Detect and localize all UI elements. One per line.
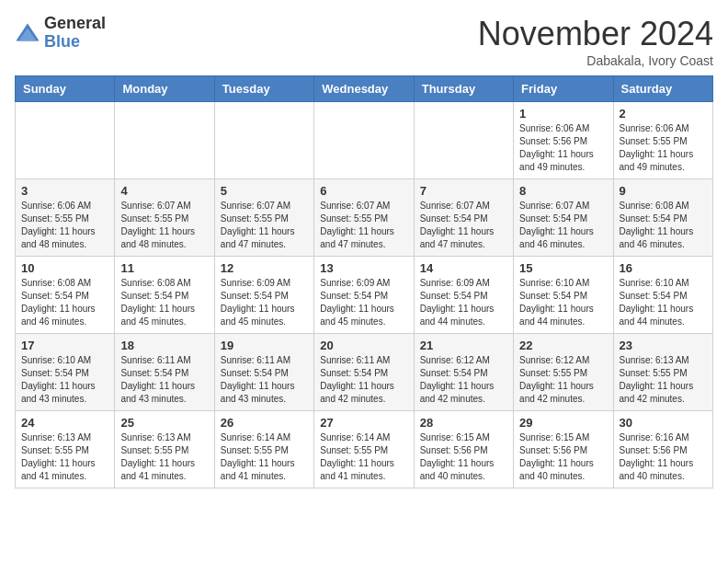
month-title: November 2024 (478, 15, 713, 53)
day-number: 17 (21, 339, 108, 352)
logo-text: General Blue (44, 15, 106, 52)
calendar-cell (414, 102, 513, 179)
day-number: 7 (420, 184, 507, 198)
week-row-4: 24Sunrise: 6:13 AM Sunset: 5:55 PM Dayli… (16, 411, 713, 488)
day-info: Sunrise: 6:13 AM Sunset: 5:55 PM Dayligh… (21, 431, 108, 483)
day-info: Sunrise: 6:11 AM Sunset: 5:54 PM Dayligh… (221, 354, 308, 406)
day-info: Sunrise: 6:06 AM Sunset: 5:55 PM Dayligh… (620, 122, 707, 174)
day-number: 1 (519, 107, 607, 121)
calendar-cell: 14Sunrise: 6:09 AM Sunset: 5:54 PM Dayli… (414, 257, 513, 334)
calendar-cell: 26Sunrise: 6:14 AM Sunset: 5:55 PM Dayli… (214, 411, 313, 488)
calendar-cell: 9Sunrise: 6:08 AM Sunset: 5:54 PM Daylig… (613, 179, 712, 257)
day-number: 11 (120, 261, 208, 275)
day-number: 12 (221, 261, 308, 275)
day-number: 25 (120, 416, 208, 430)
logo-blue-text: Blue (44, 33, 106, 52)
day-info: Sunrise: 6:09 AM Sunset: 5:54 PM Dayligh… (221, 277, 308, 328)
week-row-0: 1Sunrise: 6:06 AM Sunset: 5:56 PM Daylig… (16, 102, 713, 179)
day-info: Sunrise: 6:15 AM Sunset: 5:56 PM Dayligh… (519, 431, 607, 483)
calendar-cell (115, 102, 214, 179)
day-info: Sunrise: 6:07 AM Sunset: 5:54 PM Dayligh… (420, 200, 507, 251)
day-number: 18 (120, 339, 208, 352)
day-info: Sunrise: 6:12 AM Sunset: 5:55 PM Dayligh… (519, 354, 607, 406)
day-info: Sunrise: 6:11 AM Sunset: 5:54 PM Dayligh… (120, 354, 208, 406)
calendar-cell: 22Sunrise: 6:12 AM Sunset: 5:55 PM Dayli… (514, 334, 613, 411)
calendar-cell: 12Sunrise: 6:09 AM Sunset: 5:54 PM Dayli… (214, 257, 313, 334)
day-info: Sunrise: 6:07 AM Sunset: 5:55 PM Dayligh… (120, 200, 208, 251)
day-info: Sunrise: 6:07 AM Sunset: 5:55 PM Dayligh… (320, 200, 407, 251)
calendar-cell: 15Sunrise: 6:10 AM Sunset: 5:54 PM Dayli… (514, 257, 613, 334)
day-number: 14 (420, 261, 507, 275)
day-number: 29 (519, 416, 607, 430)
day-number: 16 (620, 261, 707, 275)
calendar-cell: 16Sunrise: 6:10 AM Sunset: 5:54 PM Dayli… (613, 257, 712, 334)
day-info: Sunrise: 6:14 AM Sunset: 5:55 PM Dayligh… (320, 431, 407, 483)
calendar-cell: 13Sunrise: 6:09 AM Sunset: 5:54 PM Dayli… (314, 257, 414, 334)
calendar-cell: 4Sunrise: 6:07 AM Sunset: 5:55 PM Daylig… (115, 179, 214, 257)
day-number: 5 (221, 184, 308, 198)
title-area: November 2024 Dabakala, Ivory Coast (478, 15, 713, 68)
calendar-cell: 28Sunrise: 6:15 AM Sunset: 5:56 PM Dayli… (414, 411, 513, 488)
calendar-cell: 2Sunrise: 6:06 AM Sunset: 5:55 PM Daylig… (613, 102, 712, 179)
week-row-2: 10Sunrise: 6:08 AM Sunset: 5:54 PM Dayli… (16, 257, 713, 334)
week-row-1: 3Sunrise: 6:06 AM Sunset: 5:55 PM Daylig… (16, 179, 713, 257)
calendar-cell: 19Sunrise: 6:11 AM Sunset: 5:54 PM Dayli… (214, 334, 313, 411)
day-number: 27 (320, 416, 407, 430)
calendar-cell: 30Sunrise: 6:16 AM Sunset: 5:56 PM Dayli… (613, 411, 712, 488)
day-number: 10 (21, 261, 108, 275)
location: Dabakala, Ivory Coast (478, 53, 713, 68)
day-number: 22 (519, 339, 607, 352)
calendar-cell: 3Sunrise: 6:06 AM Sunset: 5:55 PM Daylig… (16, 179, 115, 257)
day-number: 26 (221, 416, 308, 430)
header-cell-monday: Monday (115, 76, 214, 102)
day-info: Sunrise: 6:08 AM Sunset: 5:54 PM Dayligh… (21, 277, 108, 328)
header-cell-friday: Friday (514, 76, 613, 102)
day-number: 15 (519, 261, 607, 275)
calendar-cell: 29Sunrise: 6:15 AM Sunset: 5:56 PM Dayli… (514, 411, 613, 488)
day-number: 19 (221, 339, 308, 352)
day-info: Sunrise: 6:07 AM Sunset: 5:55 PM Dayligh… (221, 200, 308, 251)
day-info: Sunrise: 6:07 AM Sunset: 5:54 PM Dayligh… (519, 200, 607, 251)
header-cell-wednesday: Wednesday (314, 76, 414, 102)
calendar-cell: 20Sunrise: 6:11 AM Sunset: 5:54 PM Dayli… (314, 334, 414, 411)
header-cell-sunday: Sunday (16, 76, 115, 102)
calendar-cell (214, 102, 313, 179)
calendar-cell (16, 102, 115, 179)
day-info: Sunrise: 6:09 AM Sunset: 5:54 PM Dayligh… (320, 277, 407, 328)
header-cell-saturday: Saturday (613, 76, 712, 102)
day-info: Sunrise: 6:14 AM Sunset: 5:55 PM Dayligh… (221, 431, 308, 483)
day-info: Sunrise: 6:06 AM Sunset: 5:56 PM Dayligh… (519, 122, 607, 174)
calendar-cell: 17Sunrise: 6:10 AM Sunset: 5:54 PM Dayli… (16, 334, 115, 411)
calendar-cell: 24Sunrise: 6:13 AM Sunset: 5:55 PM Dayli… (16, 411, 115, 488)
logo-general-text: General (44, 15, 106, 33)
day-number: 21 (420, 339, 507, 352)
calendar-cell: 23Sunrise: 6:13 AM Sunset: 5:55 PM Dayli… (613, 334, 712, 411)
calendar-cell: 7Sunrise: 6:07 AM Sunset: 5:54 PM Daylig… (414, 179, 513, 257)
page-header: General Blue November 2024 Dabakala, Ivo… (15, 15, 713, 68)
day-number: 28 (420, 416, 507, 430)
calendar-cell: 10Sunrise: 6:08 AM Sunset: 5:54 PM Dayli… (16, 257, 115, 334)
day-number: 9 (620, 184, 707, 198)
day-info: Sunrise: 6:10 AM Sunset: 5:54 PM Dayligh… (620, 277, 707, 328)
logo[interactable]: General Blue (15, 15, 106, 52)
day-info: Sunrise: 6:08 AM Sunset: 5:54 PM Dayligh… (620, 200, 707, 251)
week-row-3: 17Sunrise: 6:10 AM Sunset: 5:54 PM Dayli… (16, 334, 713, 411)
day-number: 30 (620, 416, 707, 430)
day-info: Sunrise: 6:06 AM Sunset: 5:55 PM Dayligh… (21, 200, 108, 251)
calendar-cell: 25Sunrise: 6:13 AM Sunset: 5:55 PM Dayli… (115, 411, 214, 488)
day-number: 3 (21, 184, 108, 198)
day-number: 6 (320, 184, 407, 198)
calendar-cell (314, 102, 414, 179)
day-info: Sunrise: 6:12 AM Sunset: 5:54 PM Dayligh… (420, 354, 507, 406)
day-info: Sunrise: 6:13 AM Sunset: 5:55 PM Dayligh… (120, 431, 208, 483)
header-cell-tuesday: Tuesday (214, 76, 313, 102)
header-row: SundayMondayTuesdayWednesdayThursdayFrid… (16, 76, 713, 102)
day-number: 8 (519, 184, 607, 198)
day-number: 23 (620, 339, 707, 352)
calendar-cell: 21Sunrise: 6:12 AM Sunset: 5:54 PM Dayli… (414, 334, 513, 411)
day-info: Sunrise: 6:13 AM Sunset: 5:55 PM Dayligh… (620, 354, 707, 406)
calendar-cell: 6Sunrise: 6:07 AM Sunset: 5:55 PM Daylig… (314, 179, 414, 257)
day-number: 13 (320, 261, 407, 275)
day-number: 4 (120, 184, 208, 198)
day-info: Sunrise: 6:08 AM Sunset: 5:54 PM Dayligh… (120, 277, 208, 328)
